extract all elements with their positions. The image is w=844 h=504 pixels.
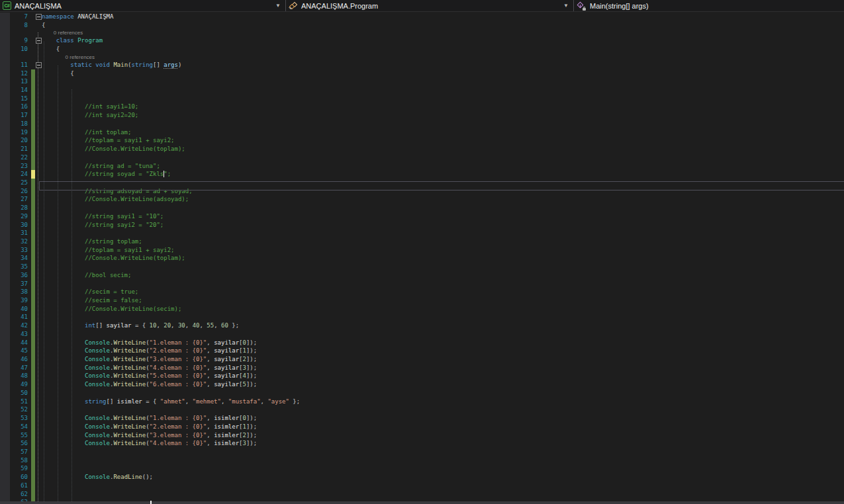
codelens-row[interactable]: 0 references [0,29,844,36]
code-line[interactable]: 45Console.WriteLine("2.eleman : {0}", sa… [0,347,844,355]
code-line[interactable]: 43 [0,330,844,339]
code-line[interactable]: 11static void Main(string[] args) [0,61,844,69]
line-number[interactable]: 50 [10,389,28,398]
code-line[interactable]: 25 [0,179,844,187]
breakpoint-margin[interactable] [0,482,10,490]
code-line[interactable]: 22 [0,153,844,162]
line-number[interactable]: 37 [10,280,28,288]
code-line[interactable]: 39//secim = false; [0,296,844,305]
line-number[interactable]: 22 [10,153,28,162]
code-line[interactable]: 28 [0,204,844,212]
breakpoint-margin[interactable] [0,439,10,448]
breakpoint-margin[interactable] [0,355,10,364]
fold-collapse-icon[interactable] [36,14,42,20]
line-number[interactable]: 7 [10,13,28,21]
line-number[interactable]: 16 [10,103,28,111]
breakpoint-margin[interactable] [0,330,10,339]
breakpoint-margin[interactable] [0,36,10,45]
code-line[interactable]: 24//string soyad = "Zkls"; [0,170,844,179]
breakpoint-margin[interactable] [0,237,10,246]
line-number[interactable]: 53 [10,414,28,423]
code-line[interactable]: 8{ [0,21,844,30]
breakpoint-margin[interactable] [0,313,10,321]
breakpoint-margin[interactable] [0,111,10,120]
code-line[interactable]: 51string[] isimler = { "ahmet", "mehmet"… [0,398,844,406]
breakpoint-margin[interactable] [0,179,10,187]
code-line[interactable]: 58 [0,456,844,465]
breakpoint-margin[interactable] [0,212,10,221]
line-number[interactable]: 57 [10,448,28,456]
breakpoint-margin[interactable] [0,204,10,212]
breakpoint-margin[interactable] [0,145,10,153]
line-number[interactable]: 41 [10,313,28,321]
line-number[interactable]: 44 [10,339,28,347]
breakpoint-margin[interactable] [0,77,10,86]
fold-collapse-icon[interactable] [36,38,42,44]
line-number[interactable]: 61 [10,482,28,490]
code-line[interactable]: 29//string sayi1 = "10"; [0,212,844,221]
breakpoint-margin[interactable] [0,45,10,54]
line-number[interactable]: 12 [10,69,28,78]
code-line[interactable]: 9class Program [0,36,844,45]
breakpoint-margin[interactable] [0,364,10,372]
code-line[interactable]: 10{ [0,45,844,54]
code-line[interactable]: 26//string adsoyad = ad + soyad; [0,187,844,196]
codelens-references[interactable]: 0 references [54,29,844,36]
code-line[interactable]: 13 [0,77,844,86]
line-number[interactable]: 11 [10,61,28,69]
type-dropdown[interactable]: ANAÇALIŞMA.Program ▼ [285,0,573,11]
code-line[interactable]: 61 [0,482,844,490]
line-number[interactable]: 58 [10,456,28,465]
line-number[interactable]: 43 [10,330,28,339]
breakpoint-margin[interactable] [0,490,10,499]
code-line[interactable]: 50 [0,389,844,398]
code-editor[interactable]: 7namespace ANAÇALIŞMA8{0 references9clas… [0,12,844,504]
line-number[interactable]: 10 [10,45,28,54]
code-line[interactable]: 49Console.WriteLine("6.eleman : {0}", sa… [0,380,844,389]
breakpoint-margin[interactable] [0,423,10,431]
chevron-down-icon[interactable]: ▼ [563,3,569,9]
line-number[interactable]: 26 [10,187,28,196]
code-line[interactable]: 20//toplam = sayi1 + sayi2; [0,136,844,145]
line-number[interactable]: 62 [10,490,28,499]
code-line[interactable]: 60Console.ReadLine(); [0,473,844,482]
line-number[interactable]: 27 [10,195,28,204]
breakpoint-margin[interactable] [0,187,10,196]
breakpoint-margin[interactable] [0,162,10,171]
line-number[interactable]: 8 [10,21,28,30]
breakpoint-margin[interactable] [0,431,10,440]
breakpoint-margin[interactable] [0,380,10,389]
line-number[interactable]: 17 [10,111,28,120]
breakpoint-margin[interactable] [0,473,10,482]
code-line[interactable]: 42int[] sayilar = { 10, 20, 30, 40, 55, … [0,321,844,330]
breakpoint-margin[interactable] [0,136,10,145]
breakpoint-margin[interactable] [0,321,10,330]
code-line[interactable]: 30//string sayi2 = "20"; [0,221,844,230]
breakpoint-margin[interactable] [0,464,10,473]
code-line[interactable]: 52 [0,405,844,414]
breakpoint-margin[interactable] [0,339,10,347]
code-line[interactable]: 62 [0,490,844,499]
code-line[interactable]: 16//int sayi1=10; [0,103,844,111]
breakpoint-margin[interactable] [0,246,10,255]
breakpoint-margin[interactable] [0,69,10,78]
breakpoint-margin[interactable] [0,448,10,456]
code-line[interactable]: 33//toplam = sayi1 + sayi2; [0,246,844,255]
breakpoint-margin[interactable] [0,254,10,263]
breakpoint-margin[interactable] [0,389,10,398]
breakpoint-margin[interactable] [0,120,10,128]
line-number[interactable]: 23 [10,162,28,171]
line-number[interactable]: 9 [10,36,28,45]
line-number[interactable]: 20 [10,136,28,145]
code-line[interactable]: 36//bool secim; [0,271,844,280]
line-number[interactable]: 13 [10,77,28,86]
breakpoint-margin[interactable] [0,414,10,423]
breakpoint-margin[interactable] [0,195,10,204]
code-line[interactable]: 48Console.WriteLine("5.eleman : {0}", sa… [0,372,844,380]
line-number[interactable]: 21 [10,145,28,153]
breakpoint-margin[interactable] [0,29,10,36]
code-line[interactable]: 18 [0,120,844,128]
code-line[interactable]: 47Console.WriteLine("4.eleman : {0}", sa… [0,364,844,372]
breakpoint-margin[interactable] [0,95,10,103]
line-number[interactable]: 42 [10,321,28,330]
